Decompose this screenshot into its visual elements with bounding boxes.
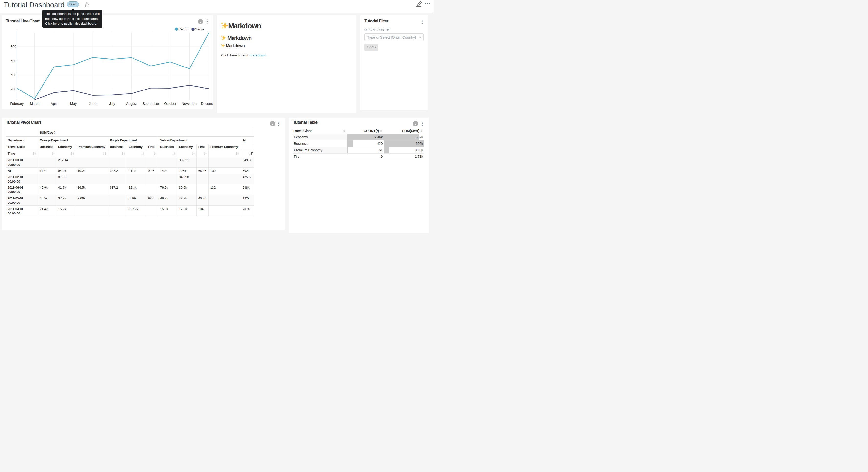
svg-text:June: June: [89, 102, 97, 106]
svg-text:Single: Single: [195, 27, 205, 31]
svg-text:September: September: [143, 102, 159, 106]
svg-text:Return: Return: [179, 27, 188, 31]
svg-text:600: 600: [10, 59, 17, 63]
svg-text:200: 200: [10, 87, 17, 91]
svg-text:July: July: [109, 102, 115, 106]
svg-text:800: 800: [10, 45, 17, 49]
svg-text:August: August: [126, 102, 137, 106]
svg-text:May: May: [70, 102, 76, 106]
svg-text:February: February: [10, 102, 24, 106]
svg-text:October: October: [164, 102, 176, 106]
svg-text:March: March: [30, 102, 39, 106]
svg-text:December: December: [201, 102, 213, 106]
svg-text:400: 400: [10, 73, 17, 77]
svg-text:April: April: [51, 102, 58, 106]
svg-text:November: November: [182, 102, 197, 106]
